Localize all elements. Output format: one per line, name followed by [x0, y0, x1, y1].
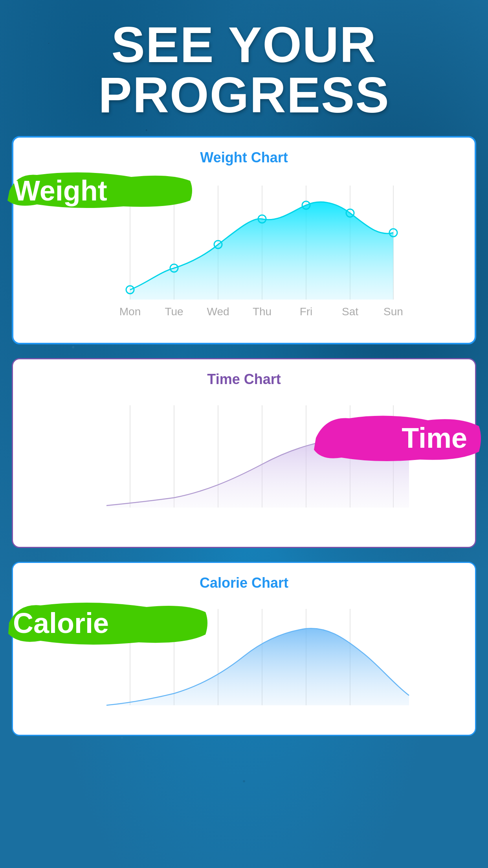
calorie-chart-title: Calorie Chart [25, 575, 463, 591]
header-line1: SEE YOUR [111, 17, 376, 73]
svg-text:Wed: Wed [207, 305, 229, 318]
svg-text:Mon: Mon [119, 305, 141, 318]
weight-brushstroke: Weight [6, 165, 194, 216]
time-chart-card: Time Chart Time [12, 358, 476, 548]
weight-badge-text: Weight [13, 175, 107, 206]
svg-text:Tue: Tue [165, 305, 183, 318]
header-title: SEE YOUR PROGRESS [20, 20, 468, 120]
svg-text:Fri: Fri [300, 305, 313, 318]
svg-text:Thu: Thu [253, 305, 272, 318]
time-badge-text: Time [402, 422, 467, 454]
calorie-brushstroke: Calorie [5, 594, 209, 651]
header: SEE YOUR PROGRESS [12, 0, 476, 136]
time-brushstroke: Time [310, 406, 483, 469]
header-line2: PROGRESS [98, 67, 390, 123]
time-chart-title: Time Chart [25, 371, 463, 388]
svg-text:Sun: Sun [383, 305, 403, 318]
svg-text:Sat: Sat [342, 305, 358, 318]
page-container: SEE YOUR PROGRESS Weight Chart Weight [0, 0, 488, 773]
calorie-chart-card: Calorie Chart Calorie [12, 562, 476, 736]
weight-chart-title: Weight Chart [25, 149, 463, 166]
weight-chart-card: Weight Chart Weight [12, 136, 476, 344]
calorie-badge-text: Calorie [13, 607, 109, 639]
